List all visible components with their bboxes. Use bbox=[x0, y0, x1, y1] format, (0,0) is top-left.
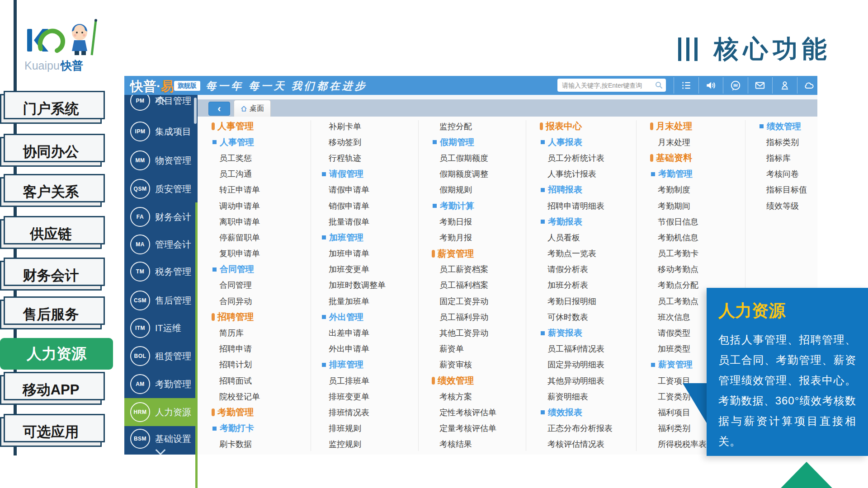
menu-link[interactable]: 员工假期额度 bbox=[432, 150, 533, 166]
group-heading[interactable]: 人事管理 bbox=[212, 134, 313, 150]
app-menu-item[interactable]: FA财务会计 bbox=[124, 204, 198, 230]
group-heading[interactable]: 请假管理 bbox=[321, 166, 423, 182]
group-heading[interactable]: 报表中心 bbox=[540, 118, 642, 134]
menu-link[interactable]: 招聘申请 bbox=[212, 341, 313, 357]
menu-link[interactable]: 考勤制度 bbox=[650, 182, 752, 198]
menu-link[interactable]: 考核结果 bbox=[432, 436, 533, 452]
app-menu-item[interactable]: IPM集成项目 bbox=[124, 118, 198, 145]
menu-link[interactable]: 销假申请单 bbox=[321, 198, 423, 214]
menu-link[interactable]: 停薪留职单 bbox=[212, 230, 313, 245]
menu-link[interactable]: 考勤机信息 bbox=[650, 230, 752, 245]
menu-link[interactable]: 员工薪资档案 bbox=[432, 262, 533, 277]
menu-link[interactable]: 批量加班单 bbox=[321, 293, 423, 309]
menu-link[interactable]: 人事统计报表 bbox=[540, 166, 642, 182]
app-menu-item[interactable]: BOL租赁管理 bbox=[124, 343, 198, 369]
menu-link[interactable]: 指标库 bbox=[759, 150, 860, 166]
im-icon[interactable]: IM bbox=[723, 77, 748, 94]
sidebar-item[interactable]: 供应链 bbox=[0, 219, 102, 249]
group-heading[interactable]: 假期管理 bbox=[432, 134, 533, 150]
menu-link[interactable]: 定量考核评估单 bbox=[432, 421, 533, 436]
menu-link[interactable]: 调动申请单 bbox=[212, 198, 313, 214]
mail-icon[interactable] bbox=[748, 77, 773, 94]
menu-link[interactable]: 指标目标值 bbox=[759, 182, 860, 198]
app-menu-item[interactable]: QSM质安管理 bbox=[124, 176, 198, 202]
menu-link[interactable]: 合同异动 bbox=[212, 293, 313, 309]
group-heading[interactable]: 人事管理 bbox=[212, 118, 313, 134]
app-menu-item[interactable]: MM物资管理 bbox=[124, 147, 198, 174]
back-button[interactable]: ‹ bbox=[208, 102, 230, 116]
group-heading[interactable]: 考勤管理 bbox=[650, 166, 752, 182]
menu-link[interactable]: 转正申请单 bbox=[212, 182, 313, 198]
menu-link[interactable]: 员工福利档案 bbox=[432, 277, 533, 293]
menu-link[interactable]: 薪资单 bbox=[432, 341, 533, 357]
group-heading[interactable]: 薪资管理 bbox=[432, 246, 533, 262]
menu-link[interactable]: 监控规则 bbox=[321, 436, 423, 452]
menu-link[interactable]: 考核问卷 bbox=[759, 166, 860, 182]
menu-link[interactable]: 排班变更单 bbox=[321, 389, 423, 404]
sidebar-item[interactable]: 协同办公 bbox=[0, 137, 102, 167]
group-heading[interactable]: 考勤计算 bbox=[432, 198, 533, 214]
menu-link[interactable]: 员工福利情况表 bbox=[540, 341, 642, 357]
menu-link[interactable]: 招聘计划 bbox=[212, 357, 313, 373]
sidebar-item[interactable]: 可选应用 bbox=[0, 417, 102, 447]
group-heading[interactable]: 招聘报表 bbox=[540, 182, 642, 198]
sidebar-item[interactable]: 移动APP bbox=[0, 375, 102, 405]
search-box[interactable] bbox=[557, 79, 666, 92]
menu-link[interactable]: 出差申请单 bbox=[321, 325, 423, 341]
menu-link[interactable]: 其他异动明细表 bbox=[540, 373, 642, 389]
group-heading[interactable]: 考勤管理 bbox=[212, 404, 313, 420]
menu-link[interactable]: 指标类别 bbox=[759, 134, 860, 150]
menu-link[interactable]: 其他工资异动 bbox=[432, 325, 533, 341]
app-menu-item[interactable]: HRM人力资源 bbox=[124, 398, 198, 426]
group-heading[interactable]: 外出管理 bbox=[321, 309, 423, 325]
group-heading[interactable]: 人事报表 bbox=[540, 134, 642, 150]
menu-link[interactable]: 监控分配 bbox=[432, 118, 533, 134]
menu-link[interactable]: 院校登记单 bbox=[212, 389, 313, 404]
menu-link[interactable]: 合同管理 bbox=[212, 277, 313, 293]
menu-link[interactable]: 考勤月报 bbox=[432, 230, 533, 245]
app-menu-item[interactable]: TM税务管理 bbox=[124, 258, 198, 285]
menu-link[interactable]: 员工分析统计表 bbox=[540, 150, 642, 166]
menu-link[interactable]: 员工排班单 bbox=[321, 373, 423, 389]
menu-link[interactable]: 补刷卡单 bbox=[321, 118, 423, 134]
menu-link[interactable]: 考勤点一览表 bbox=[540, 246, 642, 262]
menu-link[interactable]: 考勤日报 bbox=[432, 214, 533, 230]
menu-link[interactable]: 节假日信息 bbox=[650, 214, 752, 230]
menu-link[interactable]: 员工考勤卡 bbox=[650, 246, 752, 262]
menu-link[interactable]: 薪资审核 bbox=[432, 357, 533, 373]
menu-link[interactable]: 复职申请单 bbox=[212, 246, 313, 262]
sidebar-item[interactable]: 门户系统 bbox=[0, 94, 102, 124]
menu-link[interactable]: 加班时数调整单 bbox=[321, 277, 423, 293]
menu-link[interactable]: 可休时数表 bbox=[540, 309, 642, 325]
menu-link[interactable]: 月末处理 bbox=[650, 134, 752, 150]
menu-link[interactable]: 固定工资异动 bbox=[432, 293, 533, 309]
menu-link[interactable]: 请假分析表 bbox=[540, 262, 642, 277]
group-heading[interactable]: 加班管理 bbox=[321, 230, 423, 245]
group-heading[interactable]: 招聘管理 bbox=[212, 309, 313, 325]
sidebar-item[interactable]: 售后服务 bbox=[0, 300, 102, 329]
app-menu-item[interactable]: CSM售后管理 bbox=[124, 287, 198, 314]
menu-link[interactable]: 员工福利异动 bbox=[432, 309, 533, 325]
group-heading[interactable]: 绩效管理 bbox=[759, 118, 860, 134]
group-heading[interactable]: 考勤报表 bbox=[540, 214, 642, 230]
menu-link[interactable]: 员工奖惩 bbox=[212, 150, 313, 166]
list-icon[interactable] bbox=[674, 77, 698, 94]
menu-link[interactable]: 排班规则 bbox=[321, 421, 423, 436]
group-heading[interactable]: 绩效管理 bbox=[432, 373, 533, 389]
app-menu-item[interactable]: MA管理会计 bbox=[124, 231, 198, 258]
menu-link[interactable]: 加班变更单 bbox=[321, 262, 423, 277]
menu-link[interactable]: 假期规则 bbox=[432, 182, 533, 198]
app-menu-item[interactable]: BSM基础设置 bbox=[124, 426, 198, 452]
menu-link[interactable]: 绩效等级 bbox=[759, 198, 860, 214]
menu-link[interactable]: 招聘申请明细表 bbox=[540, 198, 642, 214]
menu-link[interactable]: 外出申请单 bbox=[321, 341, 423, 357]
app-menu-item[interactable]: ITMIT运维 bbox=[124, 315, 198, 341]
search-icon[interactable] bbox=[655, 81, 663, 89]
sidebar-item[interactable]: 客户关系 bbox=[0, 177, 102, 207]
speaker-icon[interactable] bbox=[698, 77, 723, 94]
menu-link[interactable]: 排班情况表 bbox=[321, 404, 423, 420]
menu-link[interactable]: 假期额度调整 bbox=[432, 166, 533, 182]
menu-link[interactable]: 考勤日报明细 bbox=[540, 293, 642, 309]
tab-desktop[interactable]: 桌面 bbox=[234, 100, 271, 117]
sidebar-item[interactable]: 人力资源 bbox=[0, 338, 113, 370]
